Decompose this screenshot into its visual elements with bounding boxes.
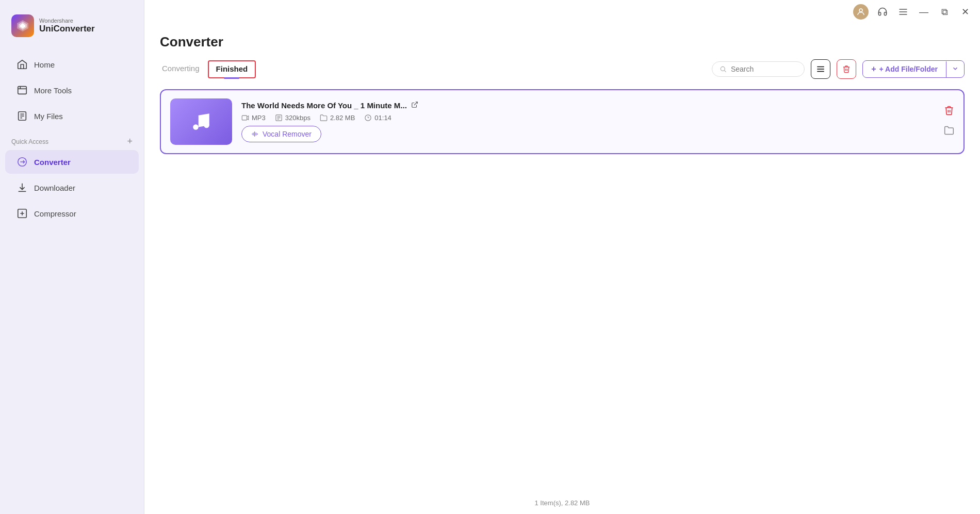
sidebar-item-my-files[interactable]: My Files (5, 104, 139, 128)
sidebar-item-converter[interactable]: Converter (5, 150, 139, 174)
music-note-icon (190, 111, 212, 132)
tab-converting[interactable]: Converting (160, 61, 202, 78)
svg-rect-3 (18, 87, 27, 94)
open-folder-button[interactable] (944, 125, 954, 138)
home-icon (17, 59, 28, 70)
downloader-icon (17, 182, 28, 193)
compressor-label: Compressor (34, 209, 76, 218)
more-tools-label: More Tools (34, 86, 72, 95)
minimize-button[interactable]: — (917, 5, 930, 19)
search-icon (720, 65, 727, 73)
chevron-down-icon (952, 65, 959, 72)
svg-line-23 (414, 102, 417, 105)
toolbar: Converting Finished (160, 59, 965, 79)
sidebar-item-compressor[interactable]: Compressor (5, 202, 139, 225)
card-actions (944, 105, 954, 138)
sidebar-item-home[interactable]: Home (5, 53, 139, 76)
status-bar: 1 Item(s), 2.82 MB (160, 492, 965, 514)
sidebar-item-more-tools[interactable]: More Tools (5, 78, 139, 102)
quick-access-section: Quick Access + (0, 129, 144, 149)
quality-icon (275, 114, 283, 122)
converter-icon (17, 156, 28, 168)
add-file-dropdown[interactable] (946, 61, 964, 77)
svg-rect-24 (242, 115, 247, 120)
file-title-row: The World Needs More Of You _ 1 Minute M… (241, 101, 954, 110)
svg-point-22 (204, 123, 209, 128)
files-icon (17, 110, 28, 122)
quick-access-label: Quick Access (11, 138, 48, 145)
maximize-button[interactable]: ⧉ (938, 5, 951, 19)
sidebar: Wondershare UniConverter Home More Tools… (0, 0, 144, 514)
titlebar: — ⧉ ✕ (144, 0, 980, 24)
file-title: The World Needs More Of You _ 1 Minute M… (241, 101, 407, 110)
logo-brand: Wondershare (39, 18, 95, 24)
compressor-icon (17, 208, 28, 219)
list-view-button[interactable] (811, 59, 830, 79)
file-bitrate: 320kbps (285, 114, 311, 122)
home-label: Home (34, 60, 55, 69)
search-box (712, 61, 805, 77)
converter-label: Converter (34, 158, 71, 167)
plus-icon: + (871, 64, 876, 74)
file-size: 2.82 MB (330, 114, 355, 122)
quick-access-add[interactable]: + (127, 136, 133, 147)
search-input[interactable] (731, 65, 797, 73)
file-thumbnail (170, 98, 232, 145)
file-card: The World Needs More Of You _ 1 Minute M… (160, 89, 965, 154)
svg-point-12 (859, 9, 862, 12)
duration-meta: 01:14 (364, 114, 391, 122)
my-files-label: My Files (34, 112, 63, 121)
content-area: Converter Converting Finished (144, 24, 980, 514)
folder-size-icon (320, 114, 328, 122)
file-delete-button[interactable] (944, 105, 954, 118)
bitrate-meta: 320kbps (275, 114, 311, 122)
close-button[interactable]: ✕ (958, 5, 972, 19)
headphones-icon[interactable] (876, 5, 889, 19)
waveform-icon (251, 130, 259, 138)
downloader-label: Downloader (34, 184, 75, 192)
add-file-main[interactable]: + + Add File/Folder (863, 61, 946, 77)
vocal-remover-label: Vocal Remover (263, 130, 312, 138)
main-panel: — ⧉ ✕ Converter Converting Finished (144, 0, 980, 514)
delete-all-button[interactable] (837, 59, 856, 79)
file-info: The World Needs More Of You _ 1 Minute M… (241, 101, 954, 142)
vocal-remover-button[interactable]: Vocal Remover (241, 126, 321, 142)
logo-area: Wondershare UniConverter (0, 9, 144, 52)
trash-icon (842, 65, 851, 73)
svg-marker-25 (247, 116, 249, 120)
menu-icon[interactable] (896, 5, 910, 19)
video-icon (241, 114, 249, 122)
add-file-label: + Add File/Folder (879, 65, 938, 73)
clock-icon (364, 114, 372, 122)
page-title: Converter (160, 34, 965, 50)
svg-point-21 (193, 124, 199, 130)
tools-icon (17, 85, 28, 96)
user-avatar[interactable] (853, 4, 869, 20)
add-file-button[interactable]: + + Add File/Folder (862, 60, 965, 78)
sidebar-item-downloader[interactable]: Downloader (5, 176, 139, 200)
logo-name: UniConverter (39, 24, 95, 34)
svg-point-16 (721, 67, 725, 71)
app-logo-icon (11, 14, 34, 37)
svg-line-17 (725, 71, 726, 72)
size-meta: 2.82 MB (320, 114, 355, 122)
format-meta: MP3 (241, 114, 266, 122)
file-format: MP3 (252, 114, 266, 122)
logo-text: Wondershare UniConverter (39, 18, 95, 34)
external-link-icon[interactable] (411, 101, 418, 110)
tab-finished[interactable]: Finished (208, 60, 256, 78)
file-duration: 01:14 (374, 114, 391, 122)
file-meta: MP3 320kbps (241, 114, 954, 122)
status-text: 1 Item(s), 2.82 MB (535, 499, 590, 507)
